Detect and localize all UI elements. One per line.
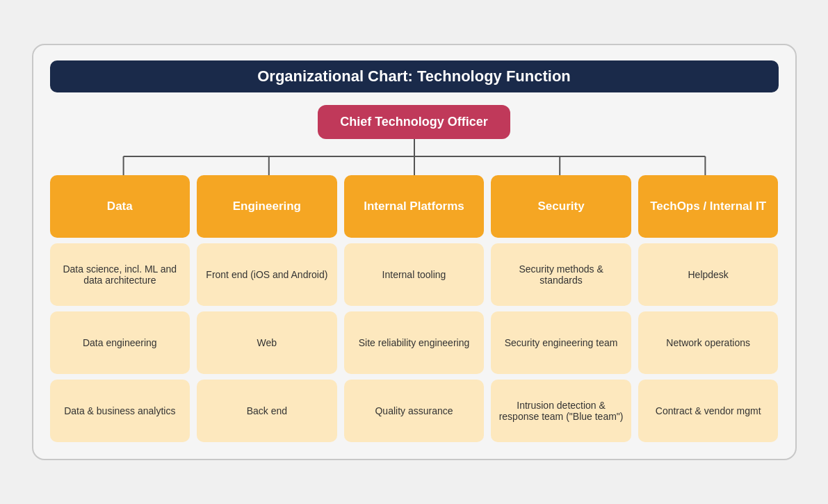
cell-engineering-2: Back end — [197, 380, 337, 442]
cell-engineering-1: Web — [197, 311, 337, 374]
cell-security-1: Security engineering team — [491, 311, 631, 374]
cell-internal-platforms-1: Site reliability engineering — [344, 311, 485, 374]
col-header-engineering: Engineering — [197, 175, 337, 238]
cell-data-0: Data science, incl. ML and data architec… — [50, 243, 190, 306]
cell-security-2: Intrusion detection & response team ("Bl… — [491, 380, 631, 442]
connector-lines — [50, 139, 779, 175]
column-techops: TechOps / Internal IT Helpdesk Network o… — [638, 175, 779, 442]
col-header-internal-platforms: Internal Platforms — [344, 175, 485, 238]
cell-engineering-0: Front end (iOS and Android) — [197, 243, 337, 306]
cell-techops-0: Helpdesk — [638, 243, 779, 306]
col-header-security: Security — [491, 175, 631, 238]
cell-techops-2: Contract & vendor mgmt — [638, 380, 779, 442]
cto-box: Chief Technology Officer — [318, 105, 510, 139]
cell-internal-platforms-2: Quality assurance — [344, 380, 485, 442]
column-data: Data Data science, incl. ML and data arc… — [50, 175, 190, 442]
cell-data-1: Data engineering — [50, 311, 190, 374]
col-header-data: Data — [50, 175, 190, 238]
cell-internal-platforms-0: Internal tooling — [344, 243, 485, 306]
chart-title: Organizational Chart: Technology Functio… — [257, 67, 571, 85]
cell-techops-1: Network operations — [638, 311, 779, 374]
cell-security-0: Security methods & standards — [491, 243, 631, 306]
chart-title-bar: Organizational Chart: Technology Functio… — [50, 60, 779, 92]
cell-data-2: Data & business analytics — [50, 380, 190, 442]
column-engineering: Engineering Front end (iOS and Android) … — [197, 175, 337, 442]
chart-container: Organizational Chart: Technology Functio… — [32, 44, 797, 460]
cto-row: Chief Technology Officer — [50, 105, 779, 139]
columns-wrapper: Data Data science, incl. ML and data arc… — [50, 175, 779, 442]
column-internal-platforms: Internal Platforms Internal tooling Site… — [344, 175, 485, 442]
column-security: Security Security methods & standards Se… — [491, 175, 631, 442]
col-header-techops: TechOps / Internal IT — [638, 175, 779, 238]
